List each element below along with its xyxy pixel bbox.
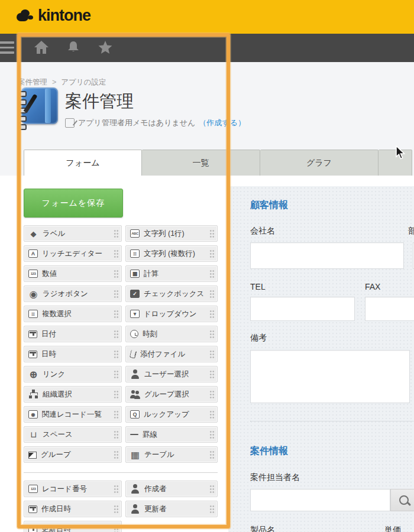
palette-item[interactable]: グループ xyxy=(24,446,122,463)
kintone-logo[interactable]: kintone xyxy=(15,7,90,25)
kintone-cloud-icon xyxy=(15,8,35,24)
company-name-input[interactable] xyxy=(250,242,404,269)
palette-item-label: 文字列 (複数行) xyxy=(144,249,209,259)
drag-handle-icon xyxy=(114,525,119,532)
search-icon xyxy=(399,495,409,505)
palette-item[interactable]: テーブル xyxy=(125,446,218,463)
palette-item[interactable]: 文字列 (1行) xyxy=(125,225,218,242)
palette-item[interactable]: 文字列 (複数行) xyxy=(125,245,218,262)
breadcrumb: 案件管理>アプリの設定 xyxy=(18,77,106,87)
notifications-bell-icon[interactable] xyxy=(64,38,82,56)
drag-handle-icon xyxy=(209,270,215,278)
palette-item[interactable]: ルックアップ xyxy=(125,406,218,423)
text-multi-icon xyxy=(130,249,140,258)
kintone-logo-text: kintone xyxy=(38,7,90,25)
memo-create-link[interactable]: （作成する） xyxy=(199,118,245,128)
palette-item[interactable]: 計算 xyxy=(125,265,218,282)
breadcrumb-current: アプリの設定 xyxy=(61,78,106,86)
palette-item-label: 作成日時 xyxy=(41,504,114,514)
palette-item[interactable]: ラジオボタン xyxy=(24,286,122,302)
palette-item[interactable]: チェックボックス xyxy=(125,286,218,302)
hamburger-menu-icon[interactable] xyxy=(0,41,14,54)
date-icon xyxy=(28,330,37,338)
tab-form[interactable]: フォーム xyxy=(24,150,142,176)
palette-item-label: 添付ファイル xyxy=(140,349,209,359)
palette-item[interactable]: 複数選択 xyxy=(24,306,122,322)
tab-label: フォーム xyxy=(66,158,100,168)
radio-icon xyxy=(28,289,38,299)
palette-item[interactable]: 関連レコード一覧 xyxy=(24,406,122,423)
palette-item-label: グループ選択 xyxy=(144,390,209,400)
tab-list[interactable]: 一覧 xyxy=(142,150,260,176)
tab-partial[interactable] xyxy=(379,150,412,176)
palette-item[interactable]: 更新者 xyxy=(125,501,218,517)
fax-input[interactable] xyxy=(365,297,414,321)
datetime-icon xyxy=(28,351,37,358)
drag-handle-icon xyxy=(209,450,215,459)
palette-item[interactable]: リッチエディター xyxy=(24,245,122,262)
palette-item-label: 作成者 xyxy=(144,484,209,494)
drag-handle-icon xyxy=(114,450,119,459)
tab-graph[interactable]: グラフ xyxy=(260,150,379,176)
palette-item-label: ルックアップ xyxy=(144,410,209,420)
deal-owner-lookup-input[interactable] xyxy=(250,489,390,511)
datetime-icon xyxy=(28,505,37,513)
table-icon xyxy=(130,450,140,459)
tab-bar: フォーム一覧グラフ xyxy=(24,150,412,176)
drag-handle-icon xyxy=(114,249,119,258)
drag-handle-icon xyxy=(114,290,119,299)
palette-item-label: リンク xyxy=(43,369,114,379)
time-icon xyxy=(130,330,138,338)
palette-item-label: 計算 xyxy=(144,269,209,279)
palette-item[interactable]: 罫線 xyxy=(125,426,218,443)
tag-icon xyxy=(28,229,38,238)
palette-item[interactable]: スペース xyxy=(24,426,122,443)
palette-item-label: 数値 xyxy=(42,269,114,279)
palette-item[interactable]: レコード番号 xyxy=(24,481,122,497)
palette-item-label: 時刻 xyxy=(143,329,209,339)
rich-editor-icon xyxy=(28,249,38,258)
palette-separator xyxy=(24,472,218,473)
palette-item[interactable]: 更新日時 xyxy=(24,521,122,532)
save-form-button[interactable]: フォームを保存 xyxy=(24,189,123,218)
drag-handle-icon xyxy=(114,370,119,379)
palette-item[interactable]: ドロップダウン xyxy=(125,306,218,322)
drag-handle-icon xyxy=(209,485,215,494)
palette-item-label: 複数選択 xyxy=(42,309,114,319)
user-select-icon xyxy=(130,484,140,494)
favorites-star-icon[interactable] xyxy=(96,38,114,56)
palette-item[interactable]: 日付 xyxy=(24,326,122,342)
palette-item[interactable]: グループ選択 xyxy=(125,386,218,403)
palette-item-label: ドロップダウン xyxy=(144,309,209,319)
palette-item[interactable]: ユーザー選択 xyxy=(125,366,218,382)
palette-item[interactable]: 組織選択 xyxy=(24,386,122,403)
palette-item[interactable]: リンク xyxy=(24,366,122,382)
palette-item[interactable]: 日時 xyxy=(24,346,122,362)
space-icon xyxy=(28,430,38,439)
form-preview-panel: 顧客情報 会社名 部 TEL FAX 備考 案件情報 案件担当者名 製品名 単価 xyxy=(228,186,414,532)
palette-item-label: リッチエディター xyxy=(42,249,114,259)
palette-item[interactable]: 作成日時 xyxy=(24,501,122,517)
palette-item[interactable]: 時刻 xyxy=(125,326,218,342)
lookup-icon xyxy=(130,410,140,419)
palette-item[interactable]: 添付ファイル xyxy=(125,346,218,362)
user-select-icon xyxy=(130,369,140,379)
tel-input[interactable] xyxy=(250,297,355,321)
number-icon xyxy=(28,270,38,278)
drag-handle-icon xyxy=(114,350,119,359)
palette-item[interactable]: 数値 xyxy=(24,265,122,282)
tab-label: 一覧 xyxy=(193,158,209,168)
breadcrumb-app-link[interactable]: 案件管理 xyxy=(18,78,47,86)
palette-item-label: 文字列 (1行) xyxy=(144,229,209,239)
related-records-icon xyxy=(28,410,38,419)
department-label: 部 xyxy=(408,226,414,236)
home-icon[interactable] xyxy=(33,38,50,56)
palette-item[interactable]: 作成者 xyxy=(125,481,218,497)
palette-item[interactable]: ラベル xyxy=(24,225,122,242)
notes-textarea[interactable] xyxy=(250,350,410,403)
lookup-search-button[interactable] xyxy=(390,489,414,511)
tel-label: TEL xyxy=(250,282,266,291)
field-palette-grid: ラベル文字列 (1行)リッチエディター文字列 (複数行)数値計算ラジオボタンチェ… xyxy=(24,225,218,463)
palette-item-label: ラベル xyxy=(43,229,114,239)
drag-handle-icon xyxy=(114,390,119,399)
